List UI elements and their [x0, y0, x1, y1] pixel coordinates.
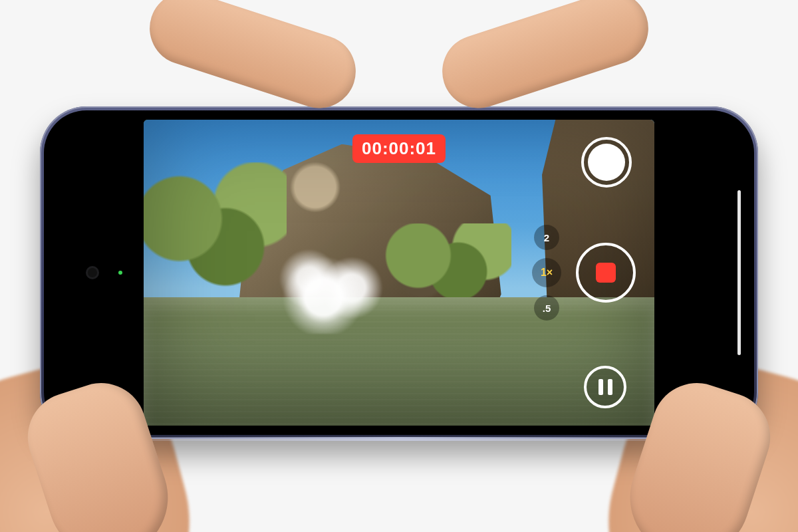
- photo-shutter-button[interactable]: [581, 137, 632, 188]
- screen-bezel: 00:00:01 2 1× .5: [44, 110, 754, 435]
- record-stop-button[interactable]: [576, 243, 636, 303]
- zoom-option-0_5x[interactable]: .5: [534, 295, 559, 321]
- front-camera-dot: [88, 268, 97, 277]
- camera-in-use-led: [118, 271, 122, 275]
- home-indicator[interactable]: [737, 190, 741, 355]
- stop-icon: [596, 263, 616, 283]
- recording-timer: 00:00:01: [352, 134, 446, 163]
- pause-button[interactable]: [584, 366, 626, 408]
- camera-viewfinder[interactable]: 00:00:01 2 1× .5: [144, 120, 654, 426]
- zoom-option-2x[interactable]: 2: [534, 225, 559, 250]
- pause-icon: [598, 379, 612, 395]
- zoom-control[interactable]: 2 1× .5: [532, 225, 561, 321]
- left-index-finger: [140, 0, 365, 118]
- right-index-finger: [433, 0, 658, 118]
- phone-frame: 00:00:01 2 1× .5: [40, 106, 758, 439]
- shutter-icon: [588, 144, 625, 181]
- scene-vegetation-left: [144, 162, 287, 303]
- scene-splash: [266, 242, 409, 334]
- zoom-selected[interactable]: 1×: [532, 258, 561, 287]
